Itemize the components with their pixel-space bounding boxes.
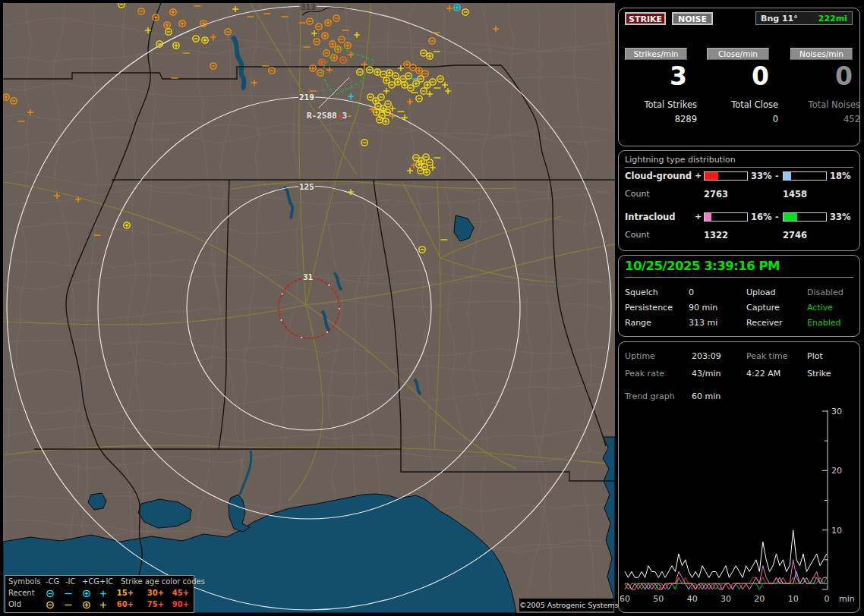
trend-x-label: 40 (687, 594, 698, 604)
old-pos-ic-icon (95, 600, 112, 611)
noise-button[interactable]: NOISE (672, 12, 713, 25)
lightning-map[interactable]: 31321912531 R-2588+3- (3, 3, 615, 613)
age-60: 60+ (112, 600, 139, 608)
stats-trend-section: Uptime 203:09 Peak time Plot Peak rate 4… (618, 341, 860, 613)
cg-plus-pct: 33% (751, 171, 772, 181)
datetime-display: 10/25/2025 3:39:16 PM (625, 259, 853, 278)
map-canvas[interactable]: 31321912531 (3, 3, 615, 613)
legend-glyph-m (62, 589, 74, 599)
ring-label-219: 219 (299, 93, 314, 102)
range-label: Range (625, 318, 651, 328)
trend-series--CG (625, 572, 827, 590)
uptime-value: 203:09 (692, 351, 721, 361)
peak-rate-value: 43/min (692, 369, 721, 379)
legend-glyph-p (97, 589, 109, 599)
strike-button[interactable]: STRIKE (625, 12, 666, 25)
legend-symbols-header: Symbols (8, 577, 40, 586)
age-30: 30+ (142, 589, 169, 597)
range-value: 222mi (818, 14, 847, 24)
squelch-label: Squelch (625, 288, 658, 297)
receiver-label: Receiver (746, 318, 783, 328)
trend-y-label: 10 (831, 526, 842, 536)
legend-glyph-cm (44, 600, 56, 610)
ic-minus-pct: 33% (830, 212, 851, 222)
counters-section: STRIKE NOISE Bng 11° 222mi Strikes/min C… (618, 8, 860, 146)
trend-x-label: 10 (788, 594, 799, 604)
trend-chart: 1020306050403020100min (620, 406, 858, 609)
distribution-title: Lightning type distribution (625, 155, 853, 168)
trend-x-label: 30 (721, 594, 731, 604)
trend-graph: 1020306050403020100min (620, 406, 858, 609)
old-neg-ic-icon (60, 600, 77, 611)
plus-sign: + (695, 171, 702, 181)
minus-sign: - (775, 171, 779, 181)
legend-glyph-cp (80, 600, 93, 610)
recent-neg-ic-icon (60, 589, 77, 600)
legend-glyph-m (62, 600, 74, 610)
old-neg-cg-icon (42, 600, 58, 611)
ring-label-313: 313 (301, 3, 316, 12)
trend-y-label: 30 (831, 407, 842, 416)
strikes-rate-value: 3 (625, 61, 687, 91)
plot-label: Plot (807, 351, 823, 361)
cloud-ground-label: Cloud-ground (625, 171, 692, 181)
cell-id: R-2588 (307, 111, 337, 121)
capture-label: Capture (746, 303, 780, 313)
strikes-per-min-chip[interactable]: Strikes/min (625, 48, 687, 60)
legend-pos-cg-header: +CG (82, 577, 99, 586)
total-close-label: Total Close (710, 99, 778, 110)
peak-time-value: 4:22 AM (746, 369, 780, 379)
persistence-label: Persistence (625, 303, 673, 313)
ic-plus-count: 1322 (704, 230, 728, 240)
trend-x-label: 20 (754, 594, 765, 604)
symbol-legend: Symbols -CG -IC +CG +IC Strike age color… (5, 575, 194, 613)
cg-minus-pct: 18% (830, 171, 851, 181)
ring-label-31: 31 (303, 272, 314, 282)
trend-y-label: 20 (831, 466, 842, 476)
cg-plus-bar (704, 171, 748, 181)
cell-count: 3 (342, 111, 347, 121)
ic-minus-bar (783, 212, 827, 222)
intracloud-label: Intracloud (625, 212, 675, 222)
ic-plus-bar (704, 212, 748, 222)
ic-minus-count: 2746 (783, 230, 807, 240)
ic-count-label: Count (625, 230, 650, 240)
upload-status: Disabled (807, 288, 844, 297)
old-pos-cg-icon (78, 600, 95, 611)
nexstorm-window: 31321912531 R-2588+3- Symbols -CG -IC +C… (0, 0, 864, 616)
cg-minus-count: 1458 (783, 189, 807, 200)
total-noises-label: Total Noises (792, 99, 860, 110)
noises-per-min-chip[interactable]: Noises/min (790, 48, 853, 60)
trend-x-unit: min (839, 594, 855, 604)
close-rate-value: 0 (707, 61, 769, 91)
trend-x-label: 60 (620, 594, 630, 604)
bearing-range-display: Bng 11° 222mi (755, 11, 853, 25)
storm-cell-label: R-2588+3- (307, 111, 352, 121)
legend-glyph-cp (80, 589, 93, 599)
age-15: 15+ (112, 589, 139, 597)
legend-pos-ic-header: +IC (99, 577, 113, 586)
status-section: 10/25/2025 3:39:16 PM Squelch 0 Upload D… (618, 255, 860, 337)
plus-sign: + (695, 212, 702, 222)
upload-label: Upload (746, 288, 776, 297)
recent-pos-ic-icon (95, 589, 112, 600)
distribution-section: Lightning type distribution Cloud-ground… (618, 150, 860, 251)
cg-count-label: Count (625, 189, 650, 199)
recent-pos-cg-icon (78, 589, 95, 600)
persistence-value: 90 min (689, 303, 717, 313)
legend-recent-label: Recent (8, 589, 35, 597)
squelch-value: 0 (689, 288, 694, 297)
cg-plus-count: 2763 (704, 189, 728, 200)
cell-minus: - (347, 111, 352, 121)
trend-x-label: 0 (825, 594, 830, 604)
legend-old-label: Old (8, 600, 21, 608)
receiver-status: Enabled (807, 318, 840, 328)
close-per-min-chip[interactable]: Close/min (707, 48, 769, 60)
bearing-value: Bng 11° (761, 14, 798, 24)
trend-series-+IC (625, 560, 827, 589)
peak-time-label: Peak time (746, 351, 787, 361)
age-75: 75+ (142, 600, 169, 608)
legend-neg-ic-header: -IC (65, 577, 76, 586)
trend-window-value: 60 min (692, 391, 721, 401)
legend-neg-cg-header: -CG (46, 577, 59, 586)
